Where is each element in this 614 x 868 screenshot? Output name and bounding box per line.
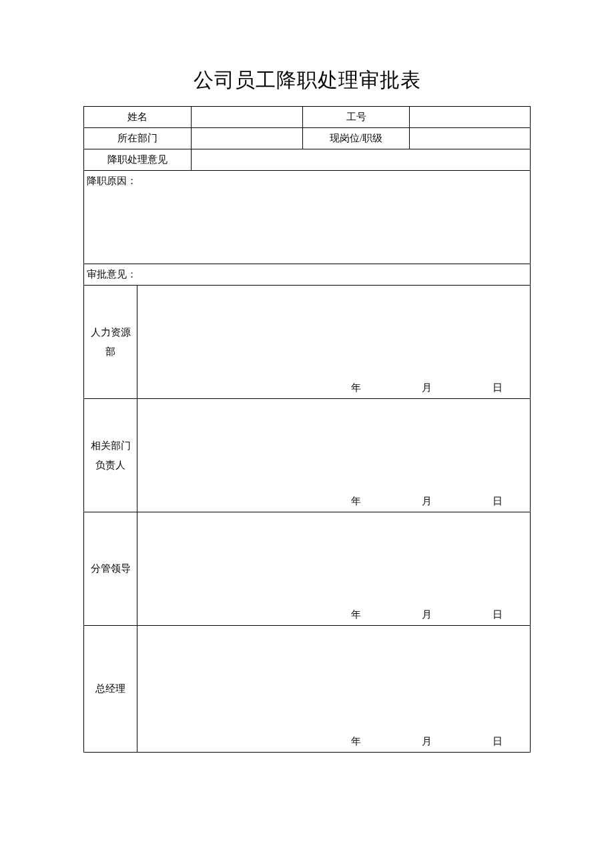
label-reason: 降职原因： [87,175,137,186]
row-name: 姓名 工号 [84,107,531,128]
approval-form-table: 姓名 工号 所在部门 现岗位/职级 降职处理意见 降职原因： 审批意见： 人力资… [83,106,531,753]
form-title: 公司员工降职处理审批表 [83,67,531,94]
date-hr: 年月日 [137,382,530,394]
label-hr: 人力资源 部 [84,286,137,399]
sig-gm[interactable]: 年月日 [137,626,531,753]
date-dept-head: 年月日 [137,495,530,508]
sig-dept-head[interactable]: 年月日 [137,399,531,512]
label-dept-head: 相关部门 负责人 [84,399,137,512]
label-demotion-opinion: 降职处理意见 [84,149,192,171]
label-approval-opinion: 审批意见： [84,264,531,286]
label-name: 姓名 [84,107,192,128]
label-leader: 分管领导 [84,512,137,626]
label-gm: 总经理 [84,626,137,753]
row-demotion-opinion: 降职处理意见 [84,149,531,171]
row-hr: 人力资源 部 年月日 [84,286,531,399]
reason-cell[interactable]: 降职原因： [84,171,531,264]
row-approval-header: 审批意见： [84,264,531,286]
value-emp-no[interactable] [410,107,531,128]
label-position: 现岗位/职级 [302,128,410,149]
date-gm: 年月日 [137,735,530,748]
value-demotion-opinion[interactable] [191,149,530,171]
value-position[interactable] [410,128,531,149]
row-gm: 总经理 年月日 [84,626,531,753]
row-reason: 降职原因： [84,171,531,264]
label-emp-no: 工号 [302,107,410,128]
row-dept: 所在部门 现岗位/职级 [84,128,531,149]
value-name[interactable] [191,107,302,128]
date-leader: 年月日 [137,608,530,621]
row-leader: 分管领导 年月日 [84,512,531,626]
label-dept: 所在部门 [84,128,192,149]
sig-hr[interactable]: 年月日 [137,286,531,399]
row-dept-head: 相关部门 负责人 年月日 [84,399,531,512]
sig-leader[interactable]: 年月日 [137,512,531,626]
value-dept[interactable] [191,128,302,149]
